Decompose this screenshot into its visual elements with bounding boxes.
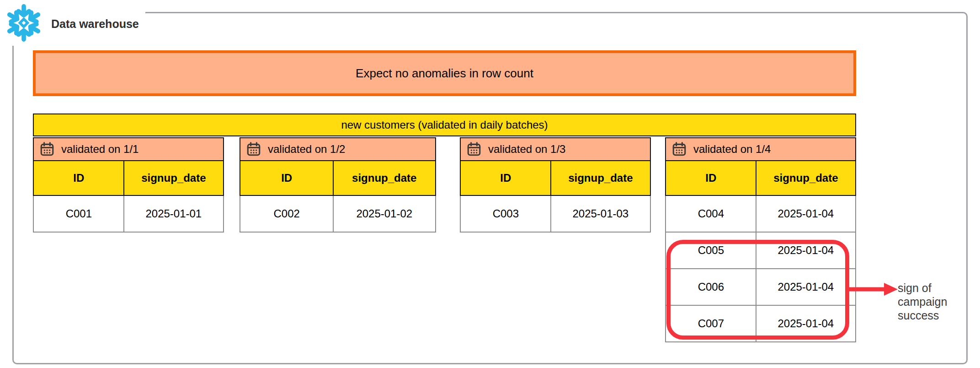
table-row: C003 2025-01-03 (460, 196, 651, 233)
group-header-text: new customers (validated in daily batche… (341, 119, 548, 131)
brand-header: Data warehouse (3, 2, 145, 46)
column-header-signup-date: signup_date (756, 160, 856, 196)
expectation-banner-text: Expect no anomalies in row count (356, 66, 533, 81)
column-header-id: ID (460, 160, 552, 196)
annotation-line: campaign (898, 295, 947, 308)
column-header-id: ID (33, 160, 125, 196)
column-header-row: ID signup_date (665, 160, 856, 196)
column-header-row: ID signup_date (460, 160, 651, 196)
page-title: Data warehouse (51, 17, 139, 31)
annotation-arrow-icon (848, 280, 900, 298)
column-header-id: ID (665, 160, 757, 196)
batch-header-1-4: validated on 1/4 (665, 137, 856, 161)
cell-signup-date: 2025-01-04 (756, 196, 856, 233)
batch-table-1-1: validated on 1/1 ID signup_date C001 202… (33, 137, 224, 233)
diagram-canvas: Data warehouse Expect no anomalies in ro… (0, 0, 980, 368)
table-row: C002 2025-01-02 (240, 196, 436, 233)
batch-label: validated on 1/3 (488, 143, 565, 156)
column-header-row: ID signup_date (240, 160, 436, 196)
cell-id: C001 (33, 196, 125, 233)
batch-table-1-2: validated on 1/2 ID signup_date C002 202… (240, 137, 436, 233)
annotation-line: success (898, 308, 947, 322)
cell-id: C002 (240, 196, 334, 233)
batch-label: validated on 1/4 (693, 143, 771, 156)
group-header: new customers (validated in daily batche… (33, 114, 856, 136)
batch-label: validated on 1/2 (268, 143, 345, 156)
column-header-signup-date: signup_date (123, 160, 224, 196)
batch-table-1-3: validated on 1/3 ID signup_date C003 202… (460, 137, 651, 233)
snowflake-icon (4, 3, 44, 45)
batch-label: validated on 1/1 (61, 143, 138, 156)
table-row: C001 2025-01-01 (33, 196, 224, 233)
cell-signup-date: 2025-01-01 (123, 196, 224, 233)
cell-signup-date: 2025-01-03 (550, 196, 650, 233)
column-header-row: ID signup_date (33, 160, 224, 196)
batch-header-1-1: validated on 1/1 (33, 137, 224, 161)
calendar-icon (466, 141, 482, 157)
annotation-text: sign of campaign success (898, 281, 947, 322)
annotation-line: sign of (898, 281, 947, 295)
column-header-id: ID (240, 160, 334, 196)
column-header-signup-date: signup_date (333, 160, 436, 196)
calendar-icon (246, 141, 261, 157)
batch-header-1-2: validated on 1/2 (240, 137, 436, 161)
expectation-banner: Expect no anomalies in row count (33, 50, 856, 96)
calendar-icon (671, 141, 687, 157)
calendar-icon (39, 141, 55, 157)
highlight-outline (666, 240, 849, 340)
cell-signup-date: 2025-01-02 (333, 196, 436, 233)
column-header-signup-date: signup_date (550, 160, 650, 196)
batch-header-1-3: validated on 1/3 (460, 137, 651, 161)
table-row: C004 2025-01-04 (665, 196, 856, 233)
cell-id: C004 (665, 196, 757, 233)
cell-id: C003 (460, 196, 552, 233)
